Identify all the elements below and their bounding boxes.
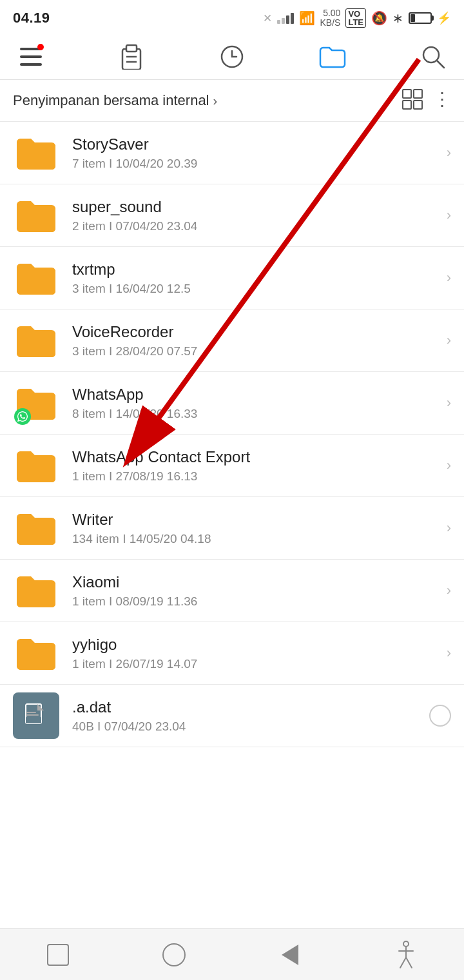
charging-icon: ⚡ (437, 11, 451, 25)
breadcrumb[interactable]: Penyimpanan bersama internal › (13, 92, 217, 109)
back-icon (282, 945, 298, 965)
chevron-right-icon: › (447, 270, 451, 286)
list-item[interactable]: Xiaomi 1 item I 08/09/19 11.36 › (0, 560, 464, 622)
svg-rect-13 (414, 101, 422, 109)
file-info: Xiaomi 1 item I 08/09/19 11.36 (72, 573, 441, 609)
file-info: WhatsApp Contact Export 1 item I 27/08/1… (72, 448, 441, 484)
breadcrumb-path: Penyimpanan bersama internal (13, 92, 209, 109)
whatsapp-badge (14, 408, 31, 425)
breadcrumb-actions: ⋮ (402, 89, 451, 112)
file-meta: 40B I 07/04/20 23.04 (72, 720, 429, 734)
file-info: .a.dat 40B I 07/04/20 23.04 (72, 698, 429, 734)
history-button[interactable] (217, 41, 247, 72)
file-name: Xiaomi (72, 573, 441, 591)
search-button[interactable] (418, 41, 449, 72)
folder-icon (13, 130, 59, 176)
list-item[interactable]: txrtmp 3 item I 16/04/20 12.5 › (0, 247, 464, 309)
accessibility-icon (394, 941, 418, 969)
svg-line-9 (437, 61, 444, 68)
svg-rect-4 (126, 45, 137, 52)
file-meta: 2 item I 07/04/20 23.04 (72, 219, 441, 233)
file-icon (13, 692, 59, 739)
menu-button[interactable] (15, 41, 46, 72)
volte-badge: VOLTE (345, 8, 366, 28)
file-list: StorySaver 7 item I 10/04/20 20.39 › sup… (0, 122, 464, 799)
svg-line-23 (400, 957, 406, 968)
list-item[interactable]: WhatsApp Contact Export 1 item I 27/08/1… (0, 435, 464, 497)
toolbar (0, 34, 464, 80)
chevron-right-icon: › (447, 332, 451, 349)
list-item[interactable]: yyhigo 1 item I 26/07/19 14.07 › (0, 622, 464, 685)
status-time: 04.19 (13, 10, 50, 26)
clipboard-button[interactable] (116, 41, 147, 72)
status-bar: 04.19 ✕ 📶 5.00KB/S VOLTE 🔕 ∗ ⚡ (0, 0, 464, 34)
grid-view-button[interactable] (402, 89, 423, 112)
svg-rect-11 (414, 90, 422, 98)
file-name: WhatsApp Contact Export (72, 448, 441, 466)
file-info: VoiceRecorder 3 item I 28/04/20 07.57 (72, 323, 441, 358)
file-meta: 3 item I 16/04/20 12.5 (72, 282, 441, 296)
file-meta: 7 item I 10/04/20 20.39 (72, 157, 441, 171)
chevron-right-icon: › (447, 582, 451, 599)
file-name: .a.dat (72, 698, 429, 716)
file-name: super_sound (72, 198, 441, 216)
wifi-icon: 📶 (299, 10, 315, 26)
file-meta: 1 item I 26/07/19 14.07 (72, 657, 441, 671)
svg-rect-2 (20, 63, 42, 66)
mute-icon: 🔕 (371, 10, 387, 26)
svg-rect-15 (26, 717, 41, 723)
file-name: txrtmp (72, 260, 441, 279)
svg-line-24 (406, 957, 412, 968)
svg-rect-16 (26, 712, 36, 713)
list-item[interactable]: StorySaver 7 item I 10/04/20 20.39 › (0, 122, 464, 184)
folder-icon (13, 505, 59, 551)
list-item[interactable]: super_sound 2 item I 07/04/20 23.04 › (0, 184, 464, 247)
svg-rect-12 (403, 101, 411, 109)
folder-icon (13, 442, 59, 489)
file-meta: 134 item I 14/05/20 04.18 (72, 532, 441, 546)
file-meta: 3 item I 28/04/20 07.57 (72, 344, 441, 358)
chevron-right-icon: › (447, 645, 451, 662)
chevron-right-icon: › (447, 395, 451, 411)
signal-bars-icon (277, 12, 294, 24)
file-name: Writer (72, 511, 441, 529)
folder-button[interactable] (317, 41, 348, 72)
more-options-button[interactable]: ⋮ (433, 90, 451, 111)
folder-icon (13, 630, 59, 676)
network-speed: 5.00KB/S (320, 8, 341, 28)
home-icon (162, 943, 186, 966)
file-info: Writer 134 item I 14/05/20 04.18 (72, 511, 441, 546)
file-meta: 8 item I 14/03/20 16.33 (72, 407, 441, 421)
battery-icon (409, 12, 432, 24)
breadcrumb-bar: Penyimpanan bersama internal › ⋮ (0, 80, 464, 122)
nav-back-button[interactable] (264, 929, 316, 981)
list-item[interactable]: VoiceRecorder 3 item I 28/04/20 07.57 › (0, 309, 464, 372)
nav-recent-button[interactable] (32, 929, 84, 981)
file-info: yyhigo 1 item I 26/07/19 14.07 (72, 636, 441, 671)
list-item[interactable]: .a.dat 40B I 07/04/20 23.04 (0, 685, 464, 747)
bluetooth-icon: ∗ (392, 10, 403, 26)
file-select-circle (429, 705, 451, 727)
chevron-right-icon: › (447, 144, 451, 161)
file-name: yyhigo (72, 636, 441, 654)
file-info: WhatsApp 8 item I 14/03/20 16.33 (72, 386, 441, 421)
chevron-right-icon: › (447, 457, 451, 474)
recent-icon (47, 944, 69, 966)
breadcrumb-chevron-icon: › (213, 93, 218, 108)
svg-rect-17 (26, 714, 39, 716)
file-name: VoiceRecorder (72, 323, 441, 341)
list-item[interactable]: WhatsApp 8 item I 14/03/20 16.33 › (0, 372, 464, 435)
list-item[interactable]: Writer 134 item I 14/05/20 04.18 › (0, 497, 464, 560)
folder-icon (13, 192, 59, 239)
file-meta: 1 item I 08/09/19 11.36 (72, 594, 441, 609)
nav-accessibility-button[interactable] (380, 929, 432, 981)
folder-icon (13, 380, 59, 426)
file-info: txrtmp 3 item I 16/04/20 12.5 (72, 260, 441, 296)
svg-rect-10 (403, 90, 411, 98)
chevron-right-icon: › (447, 520, 451, 536)
file-info: StorySaver 7 item I 10/04/20 20.39 (72, 135, 441, 171)
nav-home-button[interactable] (148, 929, 200, 981)
folder-icon (13, 317, 59, 364)
signal-x-icon: ✕ (263, 12, 272, 25)
status-icons: ✕ 📶 5.00KB/S VOLTE 🔕 ∗ ⚡ (263, 8, 452, 28)
